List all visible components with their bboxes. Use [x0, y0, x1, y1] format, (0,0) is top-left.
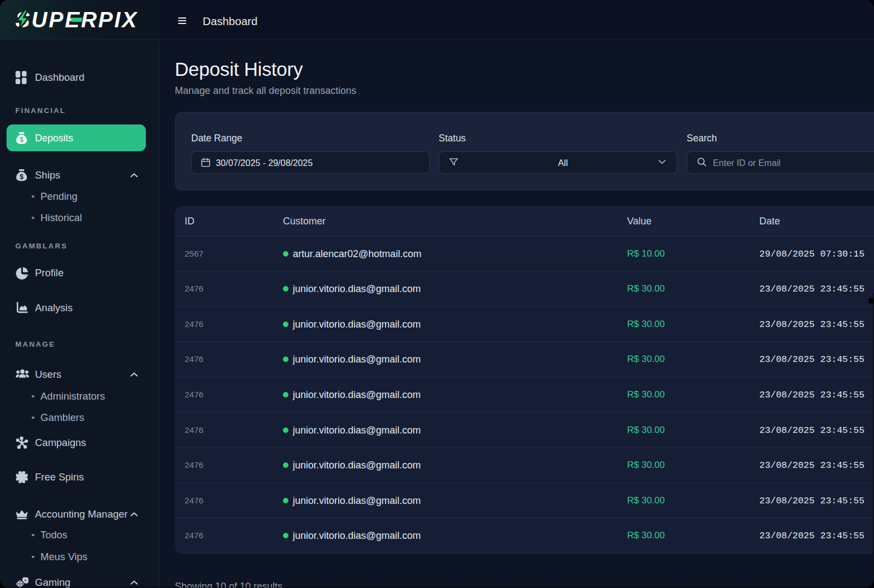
svg-text:$: $ — [20, 135, 23, 143]
svg-text:$: $ — [20, 173, 23, 181]
